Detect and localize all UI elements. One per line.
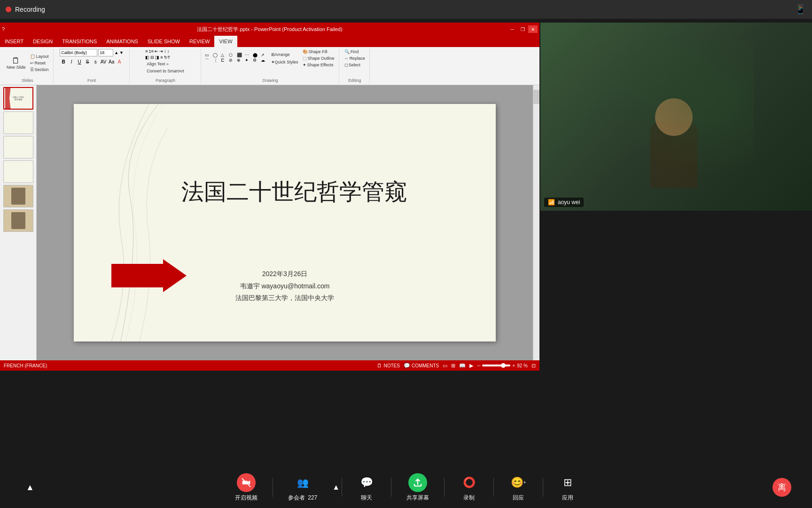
ribbon-content: 🗒 New Slide 📋 Layout ↩ Reset ☰ Section S… xyxy=(0,47,539,85)
normal-view-button[interactable]: ▭ xyxy=(443,363,447,369)
tab-view[interactable]: VIEW xyxy=(214,36,237,47)
shape-2[interactable]: ◯ xyxy=(213,53,220,57)
share-button[interactable]: 共享屏幕 xyxy=(393,469,442,506)
align-left-button[interactable]: ◧ xyxy=(145,55,149,60)
taskbar-up-arrow[interactable]: ▲ xyxy=(8,474,53,500)
close-button[interactable]: ✕ xyxy=(528,25,538,33)
increase-font-button[interactable]: ▲ xyxy=(114,50,118,55)
shape-effects-button[interactable]: ✦ Shape Effects xyxy=(301,62,336,68)
char-spacing-button[interactable]: AV xyxy=(100,58,107,65)
record-button[interactable]: ⭕ 录制 xyxy=(446,469,492,506)
chat-button[interactable]: 💬 聊天 xyxy=(344,469,389,506)
shape-4[interactable]: ⬡ xyxy=(229,53,236,57)
justify-button[interactable]: ≡ xyxy=(160,55,163,60)
reading-view-button[interactable]: 📖 xyxy=(459,363,466,369)
shape-13[interactable]: ⊕ xyxy=(237,58,244,64)
font-group-label: Font xyxy=(87,77,96,83)
slideshow-button[interactable]: ▶ xyxy=(469,363,473,369)
shape-fill-button[interactable]: 🎨 Shape Fill xyxy=(301,49,336,55)
ribbon-group-slides: 🗒 New Slide 📋 Layout ↩ Reset ☰ Section S… xyxy=(2,48,54,84)
tab-slideshow[interactable]: SLIDE SHOW xyxy=(143,36,185,47)
shape-10[interactable]: 〔 xyxy=(213,58,220,64)
reset-button[interactable]: ↩ Reset xyxy=(29,60,50,66)
layout-button[interactable]: 📋 Layout xyxy=(29,54,50,59)
text-direction-button[interactable]: ↻T xyxy=(164,55,171,60)
shape-1[interactable]: ▭ xyxy=(205,53,212,57)
separator-5 xyxy=(493,478,494,497)
fit-slide-button[interactable]: ⊡ xyxy=(531,363,536,369)
shape-14[interactable]: ✦ xyxy=(245,58,252,64)
indent-decrease-button[interactable]: ⇤ xyxy=(155,49,158,54)
replace-button[interactable]: ↔ Replace xyxy=(343,56,367,61)
slide-thumb-1[interactable]: 法国二十世纪哲学管窥 xyxy=(3,87,33,110)
font-name-input[interactable] xyxy=(60,49,97,56)
bold-button[interactable]: B xyxy=(60,58,67,65)
comments-button[interactable]: 💬 COMMENTS xyxy=(404,363,439,369)
columns-button[interactable]: ⫶ xyxy=(164,49,166,54)
tab-animations[interactable]: ANIMATIONS xyxy=(102,36,143,47)
find-button[interactable]: 🔍 Find xyxy=(343,49,360,55)
shape-3[interactable]: △ xyxy=(221,53,228,57)
numbering-button[interactable]: 1≡ xyxy=(149,49,154,54)
slide-thumb-6[interactable] xyxy=(3,209,33,232)
notes-button[interactable]: 🗒 NOTES xyxy=(377,363,400,368)
tab-review[interactable]: REVIEW xyxy=(185,36,214,47)
shadow-button[interactable]: s xyxy=(92,58,99,65)
align-text-button[interactable]: Align Text = xyxy=(145,61,170,67)
bullets-button[interactable]: ≡ xyxy=(145,49,148,54)
indent-increase-button[interactable]: ⇥ xyxy=(159,49,163,54)
participants-button[interactable]: 👥 参会者 227 xyxy=(275,469,330,506)
slides-panel[interactable]: 法国二十世纪哲学管窥 xyxy=(0,85,37,360)
shape-11[interactable]: ⊏ xyxy=(221,58,228,64)
minimize-button[interactable]: ─ xyxy=(508,25,517,33)
zoom-thumb[interactable] xyxy=(501,363,506,368)
shape-15[interactable]: ⚙ xyxy=(253,58,260,64)
slide-thumb-4[interactable] xyxy=(3,160,33,183)
shape-12[interactable]: ⊘ xyxy=(229,58,236,64)
decrease-font-button[interactable]: ▼ xyxy=(119,50,124,55)
slide-thumb-3[interactable] xyxy=(3,136,33,159)
zoom-slider[interactable] xyxy=(482,365,510,366)
new-slide-button[interactable]: 🗒 New Slide xyxy=(5,56,28,71)
leave-button[interactable]: 离 xyxy=(759,474,804,500)
apps-button[interactable]: ⊞ 应用 xyxy=(545,469,590,506)
shape-6[interactable]: ⋯ xyxy=(245,53,252,57)
change-case-button[interactable]: Aa xyxy=(108,58,115,65)
restore-button[interactable]: ❐ xyxy=(518,25,527,33)
shape-8[interactable]: ↗ xyxy=(261,53,268,57)
shape-16[interactable]: ☁ xyxy=(261,58,268,64)
strikethrough-button[interactable]: S xyxy=(84,58,91,65)
tab-design[interactable]: DESIGN xyxy=(28,36,57,47)
paragraph-group-label: Paragraph xyxy=(156,77,175,83)
slide-canvas-area[interactable]: 法国二十世纪哲学管窥 2022年3月26日 韦邀宇 wayaoyu@hotmai… xyxy=(37,85,533,360)
zoom-out-button[interactable]: ─ xyxy=(477,363,480,368)
align-center-button[interactable]: ⊟ xyxy=(150,55,154,60)
select-button[interactable]: ◻ Select xyxy=(343,62,362,68)
zoom-in-button[interactable]: + xyxy=(512,363,515,368)
help-button[interactable]: ? xyxy=(2,26,5,32)
shape-7[interactable]: ⬤ xyxy=(253,53,260,57)
italic-button[interactable]: I xyxy=(68,58,75,65)
align-right-button[interactable]: ◨ xyxy=(155,55,159,60)
line-spacing-button[interactable]: ↕ xyxy=(167,49,170,54)
slide-thumb-2[interactable] xyxy=(3,111,33,134)
slide-sorter-button[interactable]: ⊞ xyxy=(451,363,455,369)
font-color-button[interactable]: A xyxy=(116,58,123,65)
shape-9[interactable]: ⌒ xyxy=(205,58,212,64)
video-button[interactable]: 开启视频 xyxy=(222,469,271,506)
slide-thumb-5[interactable] xyxy=(3,185,33,207)
slide-scrollbar[interactable] xyxy=(533,85,539,360)
tab-insert[interactable]: INSERT xyxy=(0,36,28,47)
convert-smartart-button[interactable]: Convert to SmartArt xyxy=(145,68,186,74)
reaction-button[interactable]: 😊+ 回应 xyxy=(496,469,541,506)
quick-styles-button[interactable]: ✦ Quick Styles xyxy=(269,59,300,65)
arrange-button[interactable]: ⊞ Arrange xyxy=(269,51,300,58)
participants-expand-button[interactable]: ▲ xyxy=(332,483,340,492)
shape-outline-button[interactable]: ⬚ Shape Outline xyxy=(301,56,336,61)
separator-4 xyxy=(444,478,445,497)
font-size-input[interactable] xyxy=(98,49,113,56)
section-button[interactable]: ☰ Section xyxy=(29,67,50,72)
shape-5[interactable]: ⬛ xyxy=(237,53,244,57)
tab-transitions[interactable]: TRANSITIONS xyxy=(57,36,102,47)
underline-button[interactable]: U xyxy=(76,58,83,65)
